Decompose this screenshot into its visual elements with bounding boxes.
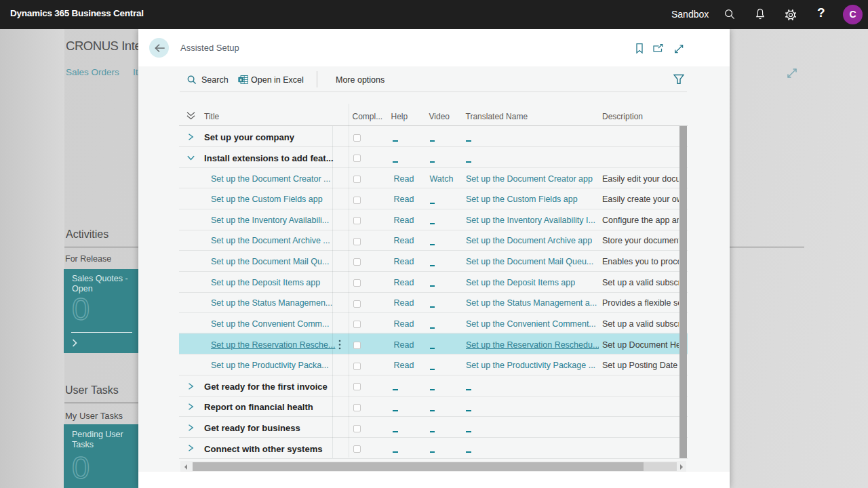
svg-text:x: x <box>239 77 242 81</box>
